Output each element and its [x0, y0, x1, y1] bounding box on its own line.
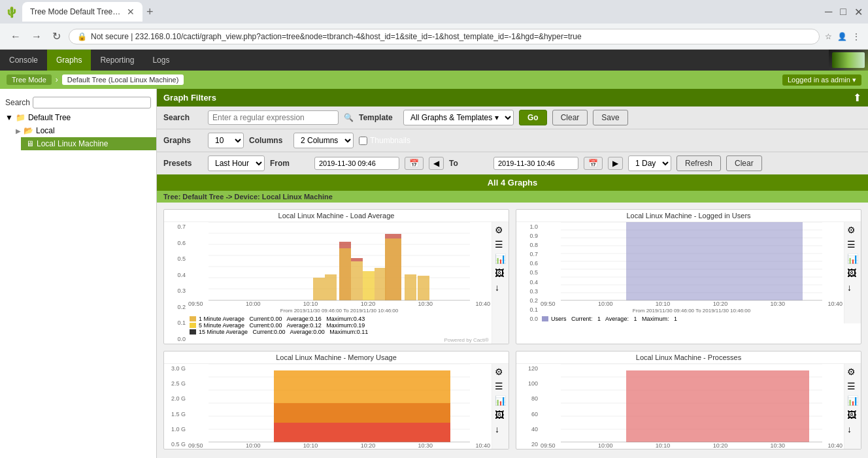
y-axis-load-avg: 0.7 0.6 0.5 0.4 0.3 0.2 0.1 0.0	[164, 222, 187, 344]
nav-item-logs[interactable]: Logs	[143, 50, 178, 71]
graph-body-processes: 120 100 80 60 40 20	[516, 364, 861, 449]
download-icon-memory[interactable]: ↓	[493, 423, 507, 436]
next-timespan-button[interactable]: ▶	[608, 157, 623, 170]
timespan-select[interactable]: 1 Day	[628, 155, 671, 171]
tree-node-icon: 📂	[24, 126, 33, 135]
new-tab-button[interactable]: +	[146, 5, 154, 19]
bookmark-icon[interactable]: ☆	[825, 32, 832, 41]
title-bar-controls: ─ □ ✕	[825, 6, 863, 18]
chart-area-logged-users: 09:50 10:00 10:10 10:20 10:30 10:40 From…	[539, 222, 844, 323]
logged-in-label: Logged in as admin ▾	[782, 74, 861, 86]
chart-icon-logged-users[interactable]: 📊	[846, 252, 860, 265]
template-label: Template	[359, 113, 398, 122]
image-icon-logged-users[interactable]: 🖼	[846, 267, 860, 280]
chart-area-processes: 09:50 10:00 10:10 10:20 10:30 10:40	[539, 364, 844, 449]
nav-item-console[interactable]: Console	[0, 50, 47, 71]
presets-select[interactable]: Last Hour	[208, 155, 265, 171]
image-icon-load-avg[interactable]: 🖼	[493, 267, 507, 280]
clear-button-1[interactable]: Clear	[552, 110, 588, 125]
list-icon-logged-users[interactable]: ☰	[846, 238, 860, 251]
sidebar-search-input[interactable]	[33, 97, 151, 108]
go-button[interactable]: Go	[519, 110, 547, 125]
image-icon-memory[interactable]: 🖼	[493, 408, 507, 421]
y-axis-processes: 120 100 80 60 40 20	[516, 364, 539, 449]
graph-icons-processes: ⚙ ☰ 📊 🖼 ↓	[844, 364, 861, 449]
tree-label-text: Tree:	[163, 193, 180, 201]
svg-rect-14	[313, 278, 325, 301]
thumbnails-checkbox[interactable]	[359, 137, 367, 145]
graph-card-processes: Local Linux Machine - Processes 120 100 …	[516, 351, 861, 450]
prev-timespan-button[interactable]: ◀	[429, 157, 444, 170]
x-axis-logged-users: 09:50 10:00 10:10 10:20 10:30 10:40	[539, 301, 844, 307]
clear-button-2[interactable]: Clear	[726, 155, 762, 171]
chart-icon-processes[interactable]: 📊	[846, 394, 860, 407]
chart-icon-memory[interactable]: 📊	[493, 394, 507, 407]
back-button[interactable]: ←	[8, 28, 24, 45]
main-layout: Search ▼ 📁 Default Tree ▶ 📂 Local 🖥 Loca…	[0, 89, 868, 458]
menu-icon[interactable]: ⋮	[852, 32, 860, 41]
svg-rect-9	[339, 248, 351, 301]
list-icon-memory[interactable]: ☰	[493, 380, 507, 393]
graph-content-memory: 3.0 G 2.5 G 2.0 G 1.5 G 1.0 G 0.5 G	[164, 364, 492, 449]
image-icon-processes[interactable]: 🖼	[846, 408, 860, 421]
graph-content-processes: 120 100 80 60 40 20	[516, 364, 844, 449]
url-text: Not secure | 232.168.0.10/cacti/graph_vi…	[91, 32, 582, 41]
search-input[interactable]	[208, 110, 339, 125]
tree-children: ▶ 📂 Local 🖥 Local Linux Machine	[10, 124, 156, 150]
graph-card-memory: Local Linux Machine - Memory Usage 3.0 G…	[163, 351, 509, 450]
y-axis-memory: 3.0 G 2.5 G 2.0 G 1.5 G 1.0 G 0.5 G	[164, 364, 187, 449]
nav-item-reporting[interactable]: Reporting	[91, 50, 143, 71]
close-button[interactable]: ✕	[854, 6, 863, 18]
calendar-to-icon[interactable]: 📅	[584, 157, 603, 170]
list-icon-load-avg[interactable]: ☰	[493, 238, 507, 251]
settings-icon-processes[interactable]: ⚙	[846, 365, 860, 378]
calendar-from-icon[interactable]: 📅	[405, 157, 424, 170]
chart-icon-load-avg[interactable]: 📊	[493, 252, 507, 265]
reload-button[interactable]: ↻	[50, 27, 63, 45]
profile-icon[interactable]: 👤	[837, 32, 847, 41]
browser-tab[interactable]: Tree Mode Default Tree (Local Li... ✕	[22, 2, 142, 22]
to-date-input[interactable]	[493, 157, 578, 170]
settings-icon-logged-users[interactable]: ⚙	[846, 223, 860, 237]
x-axis-load-avg: 09:50 10:00 10:10 10:20 10:30 10:40	[187, 301, 492, 307]
restore-button[interactable]: □	[840, 6, 846, 18]
graph-title-logged-users: Local Linux Machine - Logged in Users	[516, 210, 861, 222]
save-button[interactable]: Save	[593, 110, 627, 125]
from-date-input[interactable]	[314, 157, 399, 170]
graph-legend-logged-users: Users Current: 1 Average: 1 Maximum: 1	[539, 314, 844, 323]
tree-item-local[interactable]: ▶ 📂 Local	[10, 124, 156, 137]
nav-item-graphs[interactable]: Graphs	[47, 50, 91, 71]
svg-rect-12	[363, 271, 375, 301]
template-select[interactable]: All Graphs & Templates ▾	[403, 110, 514, 125]
graphs-select[interactable]: 10	[208, 133, 244, 148]
tab-close-button[interactable]: ✕	[127, 7, 135, 17]
security-icon: 🔒	[77, 32, 87, 41]
svg-rect-17	[418, 276, 429, 301]
graph-filters: Graph Filters ⬆ Search 🔍 Template All Gr…	[157, 89, 868, 174]
forward-button[interactable]: →	[29, 28, 44, 45]
graph-icons-logged-users: ⚙ ☰ 📊 🖼 ↓	[844, 222, 861, 323]
refresh-button[interactable]: Refresh	[676, 155, 721, 171]
list-icon-processes[interactable]: ☰	[846, 380, 860, 393]
columns-select[interactable]: 2 Columns	[293, 133, 354, 148]
breadcrumb-tree-mode[interactable]: Tree Mode	[7, 74, 52, 85]
graph-body-load-avg: 0.7 0.6 0.5 0.4 0.3 0.2 0.1 0.0	[164, 222, 509, 344]
settings-icon-load-avg[interactable]: ⚙	[493, 223, 507, 237]
device-name: Local Linux Machine	[262, 193, 333, 201]
tree-item-root[interactable]: ▼ 📁 Default Tree	[0, 111, 156, 124]
url-bar[interactable]: 🔒 Not secure | 232.168.0.10/cacti/graph_…	[69, 29, 820, 44]
download-icon-load-avg[interactable]: ↓	[493, 281, 507, 294]
minimize-button[interactable]: ─	[825, 6, 832, 18]
tree-item-linux-machine[interactable]: 🖥 Local Linux Machine	[21, 137, 156, 150]
x-axis-processes: 09:50 10:00 10:10 10:20 10:30 10:40	[539, 442, 844, 449]
breadcrumb-separator: ›	[56, 75, 58, 84]
sidebar-search-label: Search	[5, 98, 30, 107]
download-icon-logged-users[interactable]: ↓	[846, 281, 860, 294]
graph-filters-collapse-button[interactable]: ⬆	[853, 91, 861, 104]
settings-icon-memory[interactable]: ⚙	[493, 365, 507, 378]
download-icon-processes[interactable]: ↓	[846, 423, 860, 436]
breadcrumb-current: Default Tree (Local Linux Machine)	[62, 74, 184, 85]
tree-name: Default Tree	[182, 193, 224, 201]
breadcrumb-bar: Tree Mode › Default Tree (Local Linux Ma…	[0, 71, 868, 89]
y-axis-logged-users: 1.0 0.9 0.8 0.7 0.6 0.5 0.4 0.3 0.2 0.1	[516, 222, 539, 323]
